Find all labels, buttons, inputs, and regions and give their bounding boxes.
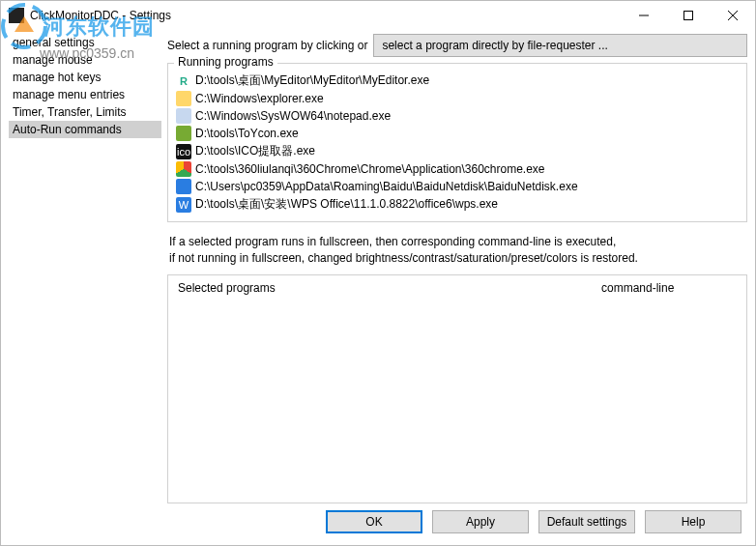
sidebar-item-autorun[interactable]: Auto-Run commands bbox=[9, 121, 161, 138]
apply-button[interactable]: Apply bbox=[432, 510, 529, 533]
maximize-icon bbox=[683, 11, 693, 20]
body: general settings manage mouse manage hot… bbox=[1, 30, 755, 503]
program-item[interactable]: icoD:\tools\ICO提取器.exe bbox=[176, 142, 739, 160]
program-item[interactable]: C:\Users\pc0359\AppData\Roaming\Baidu\Ba… bbox=[176, 178, 739, 195]
minimize-icon bbox=[639, 11, 649, 20]
program-path: D:\tools\桌面\MyEditor\MyEditor\MyEditor.e… bbox=[195, 72, 429, 89]
titlebar: ClickMonitorDDC - Settings bbox=[1, 1, 755, 30]
running-programs-list[interactable]: RD:\tools\桌面\MyEditor\MyEditor\MyEditor.… bbox=[168, 72, 746, 221]
program-file-icon bbox=[176, 126, 191, 141]
running-programs-title: Running programs bbox=[174, 55, 277, 69]
footer: OK Apply Default settings Help bbox=[1, 503, 755, 540]
close-button[interactable] bbox=[711, 1, 755, 30]
sidebar: general settings manage mouse manage hot… bbox=[9, 34, 167, 503]
info-line1: If a selected program runs in fullscreen… bbox=[169, 234, 745, 250]
running-programs-group: Running programs RD:\tools\桌面\MyEditor\M… bbox=[167, 63, 747, 222]
selected-col-commandline: command-line bbox=[601, 281, 737, 295]
ok-button[interactable]: OK bbox=[326, 510, 422, 533]
program-path: D:\tools\ToYcon.exe bbox=[195, 127, 299, 140]
sidebar-item-menu[interactable]: manage menu entries bbox=[9, 86, 161, 103]
program-item[interactable]: C:\Windows\explorer.exe bbox=[176, 90, 739, 107]
help-button[interactable]: Help bbox=[645, 510, 741, 533]
top-row: Select a running program by clicking or … bbox=[167, 34, 747, 57]
sidebar-item-mouse[interactable]: manage mouse bbox=[9, 51, 161, 69]
select-running-label: Select a running program by clicking or bbox=[167, 39, 367, 52]
program-file-icon: ico bbox=[176, 144, 191, 159]
program-path: D:\tools\桌面\安装\WPS Office\11.1.0.8822\of… bbox=[195, 196, 498, 213]
program-item[interactable]: WD:\tools\桌面\安装\WPS Office\11.1.0.8822\o… bbox=[176, 195, 739, 214]
default-settings-button[interactable]: Default settings bbox=[538, 510, 635, 533]
info-text: If a selected program runs in fullscreen… bbox=[169, 234, 745, 267]
program-path: C:\Windows\SysWOW64\notepad.exe bbox=[195, 109, 391, 123]
selected-header: Selected programs command-line bbox=[168, 275, 746, 301]
program-item[interactable]: C:\Windows\SysWOW64\notepad.exe bbox=[176, 107, 739, 125]
program-file-icon bbox=[176, 179, 191, 194]
selected-programs-group: Selected programs command-line bbox=[167, 274, 747, 503]
program-path: D:\tools\ICO提取器.exe bbox=[195, 143, 315, 159]
settings-window: ClickMonitorDDC - Settings general setti… bbox=[0, 0, 756, 546]
program-file-icon: W bbox=[176, 197, 191, 213]
maximize-button[interactable] bbox=[666, 1, 711, 30]
selected-programs-list[interactable] bbox=[168, 301, 746, 503]
file-requester-button[interactable]: select a program directly by file-reques… bbox=[373, 34, 747, 57]
svg-rect-1 bbox=[684, 12, 693, 20]
program-path: C:\Users\pc0359\AppData\Roaming\Baidu\Ba… bbox=[195, 180, 578, 193]
sidebar-item-hotkeys[interactable]: manage hot keys bbox=[9, 69, 161, 86]
sidebar-item-general[interactable]: general settings bbox=[9, 34, 161, 51]
program-file-icon bbox=[176, 108, 191, 124]
app-icon bbox=[9, 8, 24, 23]
program-file-icon bbox=[176, 91, 191, 106]
program-item[interactable]: RD:\tools\桌面\MyEditor\MyEditor\MyEditor.… bbox=[176, 72, 739, 90]
close-icon bbox=[728, 11, 738, 20]
program-file-icon bbox=[176, 161, 191, 177]
info-line2: if not running in fullscreen, changed br… bbox=[169, 250, 745, 267]
selected-col-programs: Selected programs bbox=[178, 281, 601, 295]
program-file-icon: R bbox=[176, 73, 191, 89]
sidebar-item-timer[interactable]: Timer, Transfer, Limits bbox=[9, 103, 161, 121]
main-panel: Select a running program by clicking or … bbox=[167, 34, 747, 503]
window-title: ClickMonitorDDC - Settings bbox=[30, 9, 622, 22]
program-item[interactable]: D:\tools\ToYcon.exe bbox=[176, 125, 739, 142]
minimize-button[interactable] bbox=[622, 1, 666, 30]
program-path: C:\tools\360liulanqi\360Chrome\Chrome\Ap… bbox=[195, 162, 545, 176]
program-path: C:\Windows\explorer.exe bbox=[195, 92, 324, 105]
program-item[interactable]: C:\tools\360liulanqi\360Chrome\Chrome\Ap… bbox=[176, 160, 739, 178]
